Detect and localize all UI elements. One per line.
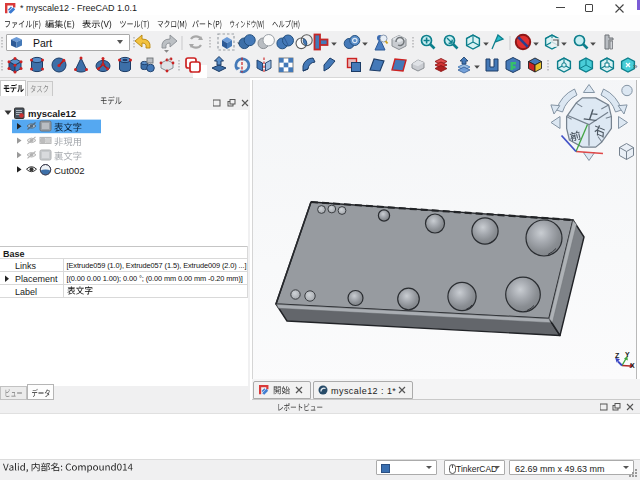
svg-text:Y: Y: [625, 351, 630, 358]
svg-text:X: X: [630, 362, 635, 369]
svg-text:»: »: [633, 62, 638, 71]
svg-text:Z: Z: [615, 352, 620, 359]
